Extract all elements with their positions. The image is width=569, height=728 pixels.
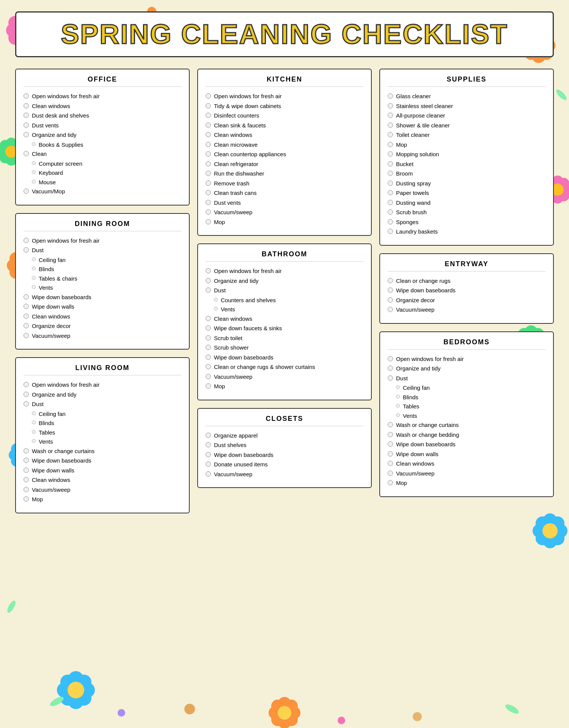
checkbox[interactable] [388, 229, 393, 234]
checkbox[interactable] [24, 314, 29, 319]
checkbox[interactable] [24, 304, 29, 309]
checkbox[interactable] [24, 448, 29, 453]
checkbox[interactable] [24, 188, 29, 194]
checkbox[interactable] [24, 247, 29, 253]
checkbox[interactable] [24, 382, 29, 387]
checkbox[interactable] [388, 375, 393, 381]
checkbox[interactable] [388, 132, 393, 137]
checkbox[interactable] [206, 190, 211, 195]
checkbox[interactable] [32, 420, 36, 424]
checkbox[interactable] [388, 461, 393, 466]
checkbox[interactable] [32, 142, 36, 146]
checkbox[interactable] [24, 238, 29, 243]
checkbox[interactable] [32, 276, 36, 280]
checkbox[interactable] [206, 442, 211, 447]
checkbox[interactable] [32, 439, 36, 443]
checkbox[interactable] [206, 287, 211, 293]
checkbox[interactable] [24, 392, 29, 397]
checkbox[interactable] [388, 219, 393, 224]
checkbox[interactable] [24, 496, 29, 502]
checkbox[interactable] [388, 122, 393, 128]
checkbox[interactable] [388, 297, 393, 303]
checkbox[interactable] [206, 383, 211, 389]
checkbox[interactable] [388, 161, 393, 166]
checkbox[interactable] [24, 151, 29, 156]
checkbox[interactable] [206, 200, 211, 205]
checkbox[interactable] [388, 432, 393, 437]
checkbox[interactable] [388, 171, 393, 176]
checkbox[interactable] [206, 132, 211, 137]
checkbox[interactable] [206, 122, 211, 128]
checkbox[interactable] [32, 161, 36, 165]
checkbox[interactable] [32, 257, 36, 261]
checkbox[interactable] [24, 103, 29, 108]
checkbox[interactable] [388, 180, 393, 186]
checkbox[interactable] [388, 200, 393, 205]
checkbox[interactable] [24, 294, 29, 300]
checkbox[interactable] [388, 451, 393, 457]
checkbox[interactable] [24, 468, 29, 473]
checkbox[interactable] [206, 345, 211, 350]
checkbox[interactable] [388, 287, 393, 293]
checkbox[interactable] [388, 151, 393, 157]
checkbox[interactable] [388, 113, 393, 118]
checkbox[interactable] [388, 209, 393, 215]
checkbox[interactable] [206, 268, 211, 273]
checkbox[interactable] [24, 477, 29, 482]
checkbox[interactable] [32, 430, 36, 434]
checkbox[interactable] [24, 122, 29, 128]
checkbox[interactable] [206, 93, 211, 99]
checkbox[interactable] [32, 170, 36, 174]
checkbox[interactable] [206, 151, 211, 157]
checkbox[interactable] [206, 316, 211, 321]
checkbox[interactable] [206, 113, 211, 118]
checkbox[interactable] [206, 161, 211, 166]
checkbox[interactable] [388, 356, 393, 361]
checkbox[interactable] [388, 471, 393, 476]
checkbox[interactable] [206, 103, 211, 108]
checkbox[interactable] [206, 471, 211, 477]
checkbox[interactable] [206, 461, 211, 467]
checkbox[interactable] [206, 325, 211, 331]
checkbox[interactable] [388, 278, 393, 283]
checkbox[interactable] [388, 103, 393, 108]
checkbox[interactable] [24, 333, 29, 338]
checkbox[interactable] [388, 93, 393, 99]
checkbox[interactable] [388, 190, 393, 195]
checkbox[interactable] [396, 413, 400, 417]
checkbox[interactable] [24, 323, 29, 328]
checkbox[interactable] [32, 267, 36, 270]
checkbox[interactable] [206, 433, 211, 438]
checkbox[interactable] [206, 180, 211, 186]
checkbox[interactable] [24, 401, 29, 406]
checkbox[interactable] [206, 452, 211, 457]
checkbox[interactable] [388, 441, 393, 447]
checkbox[interactable] [206, 335, 211, 340]
checkbox[interactable] [396, 404, 400, 408]
checkbox[interactable] [388, 480, 393, 485]
checkbox[interactable] [24, 458, 29, 463]
checkbox[interactable] [24, 93, 29, 99]
checkbox[interactable] [396, 395, 400, 399]
checkbox[interactable] [206, 209, 211, 215]
checkbox[interactable] [388, 307, 393, 312]
checkbox[interactable] [206, 171, 211, 176]
checkbox[interactable] [214, 298, 218, 301]
checkbox[interactable] [24, 487, 29, 492]
checkbox[interactable] [206, 374, 211, 379]
checkbox[interactable] [32, 180, 36, 184]
checkbox[interactable] [388, 422, 393, 427]
checkbox[interactable] [388, 366, 393, 371]
checkbox[interactable] [206, 364, 211, 369]
checkbox[interactable] [214, 307, 218, 311]
checkbox[interactable] [32, 411, 36, 415]
checkbox[interactable] [24, 132, 29, 137]
checkbox[interactable] [32, 285, 36, 289]
checkbox[interactable] [206, 355, 211, 360]
checkbox[interactable] [206, 219, 211, 224]
checkbox[interactable] [396, 385, 400, 389]
checkbox[interactable] [206, 142, 211, 147]
checkbox[interactable] [206, 278, 211, 283]
checkbox[interactable] [24, 113, 29, 118]
checkbox[interactable] [388, 142, 393, 147]
